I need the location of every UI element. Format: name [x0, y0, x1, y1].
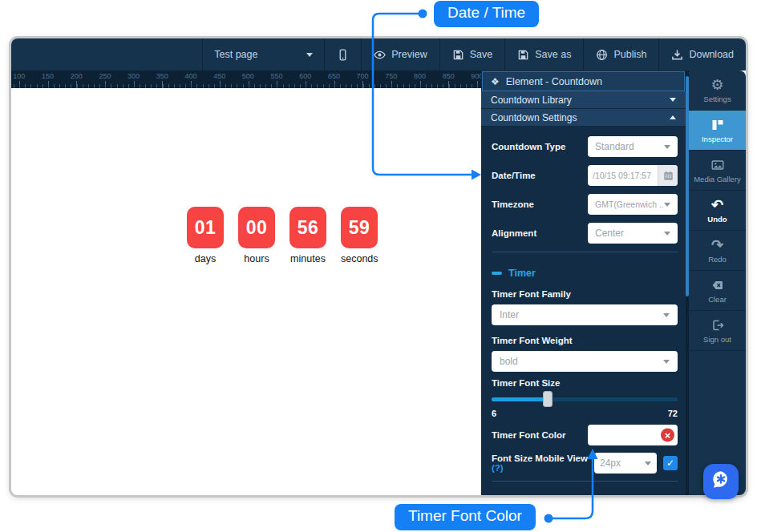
- save-button[interactable]: Save: [439, 38, 505, 71]
- timer-font-weight-label: Timer Font Weight: [492, 336, 675, 346]
- page-select-label: Test page: [214, 49, 257, 60]
- editor-canvas[interactable]: 01 days 00 hours 56 minutes 59: [11, 88, 481, 495]
- ruler-label: 700: [348, 72, 377, 80]
- timer-section-title: Timer: [508, 268, 536, 279]
- alignment-label: Alignment: [492, 228, 536, 238]
- alignment-select[interactable]: Center: [588, 223, 678, 244]
- chat-asterisk-icon: [710, 470, 731, 494]
- sign-out-icon: [711, 318, 724, 332]
- timer-font-color-input[interactable]: ×: [588, 425, 678, 445]
- chat-assistant-button[interactable]: [703, 464, 739, 499]
- timezone-select[interactable]: GMT(Greenwich ...: [588, 194, 678, 215]
- sidebar-item-clear[interactable]: Clear: [689, 271, 746, 311]
- sidebar-item-redo[interactable]: ↷ Redo: [689, 231, 746, 271]
- clear-color-icon[interactable]: ×: [661, 429, 674, 442]
- font-size-mobile-select[interactable]: 24px: [594, 453, 657, 474]
- countdown-element[interactable]: 01 days 00 hours 56 minutes 59: [187, 207, 378, 264]
- chevron-down-icon: [670, 98, 676, 102]
- timer-font-weight-select[interactable]: bold: [492, 351, 678, 372]
- alignment-row: Alignment Center: [492, 223, 678, 244]
- save-as-button[interactable]: Save as: [504, 38, 583, 71]
- countdown-type-label: Countdown Type: [492, 142, 565, 151]
- page: Test page Preview Save Save as: [0, 0, 757, 532]
- font-size-mobile-controls: 24px ✓: [594, 453, 678, 474]
- chevron-up-icon: [670, 115, 676, 119]
- slider-min: 6: [492, 409, 496, 419]
- sidebar-item-label: Clear: [708, 295, 727, 304]
- countdown-unit-label: days: [187, 253, 224, 264]
- alignment-value: Center: [595, 228, 624, 239]
- countdown-unit: 01 days: [187, 207, 224, 264]
- mobile-preview-button[interactable]: [324, 38, 361, 71]
- horizontal-ruler: 100 150 200 250 300 350 400 450 500: [11, 71, 481, 88]
- sidebar-item-label: Media Gallery: [694, 175, 741, 183]
- countdown-value: 59: [341, 207, 378, 248]
- download-icon: [671, 49, 683, 61]
- timezone-row: Timezone GMT(Greenwich ...: [492, 194, 678, 215]
- ruler-label: 300: [119, 72, 148, 80]
- date-time-value: /10/15 09:17:57: [588, 171, 658, 180]
- sidebar-item-label: Settings: [703, 95, 731, 103]
- toolbar-spacer: [11, 38, 202, 71]
- date-time-input[interactable]: /10/15 09:17:57: [588, 165, 678, 186]
- sidebar-item-label: Inspector: [702, 135, 733, 143]
- inspector-icon: [711, 118, 724, 132]
- ruler-label: 850: [434, 72, 463, 80]
- gear-icon: ⚙: [710, 78, 723, 92]
- ruler-label: 600: [291, 72, 320, 80]
- timer-font-color-label: Timer Font Color: [492, 430, 565, 440]
- publish-button[interactable]: Publish: [583, 38, 658, 71]
- chevron-down-icon: [663, 313, 670, 317]
- panel-header: ❖ Element - Countdown: [482, 71, 685, 91]
- timer-font-family-value: Inter: [500, 309, 519, 320]
- accordion-label: Countdown Settings: [491, 112, 577, 123]
- panel-body: Countdown Type Standard Date/Time /10/15…: [481, 136, 686, 482]
- clear-icon: [711, 278, 724, 292]
- save-icon: [452, 49, 464, 61]
- countdown-unit: 56 minutes: [289, 207, 326, 264]
- publish-icon: [596, 49, 608, 61]
- accordion-label: Countdown Library: [491, 95, 572, 106]
- font-size-mobile-checkbox[interactable]: ✓: [663, 456, 678, 470]
- preview-button[interactable]: Preview: [361, 38, 439, 71]
- date-time-row: Date/Time /10/15 09:17:57: [492, 165, 678, 186]
- sidebar-item-settings[interactable]: ⚙ Settings: [689, 71, 746, 111]
- divider: [492, 252, 678, 252]
- ruler-label: 800: [406, 72, 435, 80]
- countdown-unit-label: hours: [238, 253, 275, 264]
- ruler-label: 400: [176, 72, 205, 80]
- date-time-label: Date/Time: [492, 171, 536, 180]
- page-select[interactable]: Test page: [202, 38, 324, 71]
- timer-font-family-label: Timer Font Family: [492, 289, 675, 300]
- ruler-labels: 100 150 200 250 300 350 400 450 500: [11, 71, 481, 80]
- eye-icon: [374, 49, 386, 61]
- timer-section-header: Timer: [492, 267, 675, 279]
- countdown-unit-label: seconds: [341, 253, 378, 264]
- sidebar-item-sign-out[interactable]: Sign out: [689, 311, 746, 351]
- sidebar-item-inspector[interactable]: Inspector: [689, 111, 746, 151]
- accordion-countdown-library[interactable]: Countdown Library: [481, 91, 686, 109]
- calendar-icon[interactable]: [658, 165, 678, 186]
- download-button[interactable]: Download: [658, 38, 746, 71]
- sidebar-item-undo[interactable]: ↶ Undo: [689, 191, 746, 231]
- font-size-slider[interactable]: [492, 391, 678, 407]
- timer-font-family-select[interactable]: Inter: [492, 304, 678, 325]
- countdown-type-row: Countdown Type Standard: [492, 136, 678, 157]
- accordion-countdown-settings[interactable]: Countdown Settings: [481, 109, 686, 127]
- help-icon[interactable]: (?): [492, 463, 504, 473]
- save-as-icon: [517, 49, 529, 61]
- countdown-type-value: Standard: [595, 141, 634, 152]
- font-size-slider-fill: [492, 397, 548, 401]
- countdown-type-select[interactable]: Standard: [588, 136, 678, 157]
- chevron-down-icon: [664, 232, 670, 236]
- sidebar-item-media-gallery[interactable]: Media Gallery: [689, 151, 746, 191]
- ruler-label: 550: [262, 72, 291, 80]
- dash-icon: [492, 272, 502, 275]
- inspector-panel: ❖ Element - Countdown Countdown Library …: [481, 71, 686, 495]
- ruler-label: 500: [234, 72, 263, 80]
- ruler-label: 350: [148, 72, 176, 80]
- arrow-start-dot: [419, 10, 427, 18]
- ruler-label: 900: [463, 72, 481, 80]
- toolbar-button-label: Save: [470, 49, 493, 60]
- slider-handle[interactable]: [543, 391, 553, 407]
